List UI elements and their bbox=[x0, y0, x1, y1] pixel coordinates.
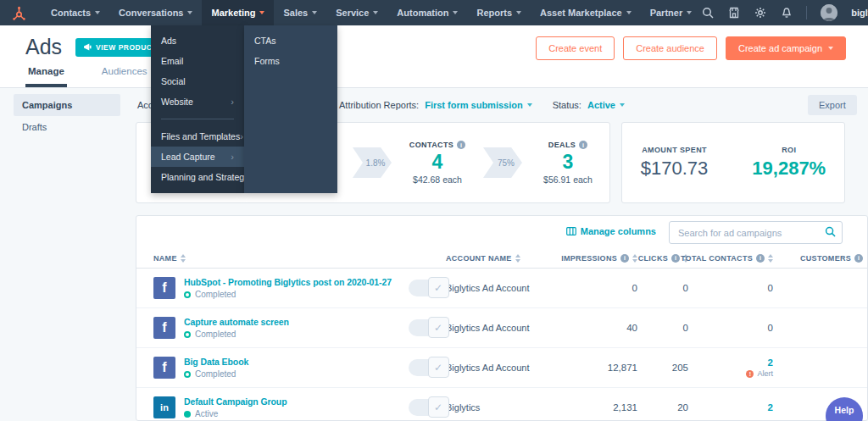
campaign-toggle[interactable]: ✓ bbox=[409, 399, 446, 416]
funnel-stat-deals: DEALSi3$56.91 each bbox=[531, 141, 605, 185]
nav-item-automation[interactable]: Automation bbox=[387, 0, 467, 25]
table-body: fHubSpot - Promoting Biglytics post on 2… bbox=[136, 269, 867, 421]
amount-spent-value: $170.73 bbox=[641, 158, 709, 180]
chevron-right-icon: › bbox=[240, 132, 243, 141]
table-row: fHubSpot - Promoting Biglytics post on 2… bbox=[136, 269, 867, 308]
nav-item-asset-marketplace[interactable]: Asset Marketplace bbox=[531, 0, 641, 25]
column-label: NAME bbox=[153, 254, 177, 263]
sort-icon[interactable] bbox=[181, 254, 186, 263]
column-label: TOTAL CONTACTS bbox=[681, 254, 753, 263]
marketplace-icon[interactable] bbox=[727, 7, 740, 19]
nav-item-conversations[interactable]: Conversations bbox=[109, 0, 202, 25]
status-label: Active bbox=[195, 409, 218, 418]
settings-icon[interactable] bbox=[754, 7, 766, 19]
manage-columns-button[interactable]: Manage columns bbox=[566, 226, 656, 236]
chevron-down-icon bbox=[527, 103, 532, 107]
export-button[interactable]: Export bbox=[808, 95, 857, 115]
chevron-down-icon bbox=[453, 11, 458, 14]
chevron-down-icon bbox=[626, 11, 632, 14]
total-contacts-value: 0 bbox=[768, 323, 773, 333]
search-input[interactable] bbox=[669, 221, 843, 244]
chevron-down-icon bbox=[312, 11, 317, 14]
campaign-name-link[interactable]: Capture automate screen bbox=[184, 317, 289, 327]
notifications-icon[interactable] bbox=[780, 7, 793, 19]
total-contacts-value[interactable]: 2 bbox=[768, 357, 773, 368]
create-audience-button[interactable]: Create audience bbox=[623, 36, 717, 60]
menu-item-social[interactable]: Social bbox=[151, 71, 244, 91]
nav-item-marketing[interactable]: Marketing bbox=[202, 0, 274, 25]
account-menu[interactable]: biglytics.net bbox=[851, 8, 868, 18]
menu-item-files-and-templates[interactable]: Files and Templates› bbox=[151, 126, 244, 147]
campaign-toggle[interactable]: ✓ bbox=[409, 319, 446, 336]
toggle-check-icon: ✓ bbox=[428, 357, 449, 378]
table-toolbar: Manage columns bbox=[136, 216, 867, 248]
funnel-stat-label: DEALSi bbox=[531, 141, 605, 149]
menu-item-ads[interactable]: Ads bbox=[151, 30, 244, 51]
menu-item-label: Ads bbox=[161, 36, 176, 46]
impressions-cell: 2,131 bbox=[588, 402, 639, 413]
campaign-name-link[interactable]: HubSpot - Promoting Biglytics post on 20… bbox=[184, 277, 392, 287]
alert-icon: ! bbox=[746, 370, 754, 378]
column-header-name[interactable]: NAME bbox=[153, 254, 408, 263]
avatar[interactable] bbox=[821, 4, 837, 21]
sort-icon[interactable] bbox=[768, 254, 773, 263]
column-header-total-contacts[interactable]: TOTAL CONTACTSi bbox=[690, 254, 775, 263]
campaign-name-link[interactable]: Big Data Ebook bbox=[184, 357, 248, 367]
account-name-cell: Biglytics Ad Account bbox=[446, 363, 588, 373]
search-icon[interactable] bbox=[701, 7, 714, 19]
table-row: inDefault Campaign GroupActive✓Biglytics… bbox=[136, 388, 867, 421]
column-label: ACCOUNT NAME bbox=[446, 254, 512, 263]
nav-item-contacts[interactable]: Contacts bbox=[42, 0, 109, 25]
sort-icon[interactable] bbox=[515, 254, 520, 263]
conversion-rate-chevron: 1.8% bbox=[353, 147, 392, 178]
toggle-cell: ✓ bbox=[408, 359, 446, 376]
campaign-status: Completed bbox=[184, 330, 289, 339]
tab-audiences[interactable]: Audiences bbox=[99, 66, 150, 87]
submenu-item-forms[interactable]: Forms bbox=[244, 51, 337, 71]
menu-item-email[interactable]: Email bbox=[151, 51, 244, 71]
sidebar: CampaignsDrafts bbox=[14, 94, 120, 138]
sort-icon[interactable] bbox=[632, 254, 637, 263]
divider bbox=[806, 6, 807, 19]
info-icon: i bbox=[756, 254, 765, 263]
column-header-customers[interactable]: CUSTOMERSi bbox=[775, 254, 867, 263]
tab-manage[interactable]: Manage bbox=[25, 66, 67, 87]
hubspot-logo-icon[interactable] bbox=[12, 4, 26, 21]
nav-item-sales[interactable]: Sales bbox=[274, 0, 326, 25]
sidebar-item-campaigns[interactable]: Campaigns bbox=[14, 94, 120, 116]
menu-item-label: Website bbox=[161, 97, 193, 107]
campaign-toggle[interactable]: ✓ bbox=[409, 280, 446, 296]
nav-item-reports[interactable]: Reports bbox=[467, 0, 531, 25]
total-contacts-value[interactable]: 2 bbox=[768, 402, 773, 413]
status-icon bbox=[184, 291, 191, 298]
nav-item-service[interactable]: Service bbox=[326, 0, 387, 25]
campaign-name-cell: fHubSpot - Promoting Biglytics post on 2… bbox=[153, 277, 408, 299]
menu-item-lead-capture[interactable]: Lead Capture› bbox=[151, 147, 244, 167]
campaign-toggle[interactable]: ✓ bbox=[409, 359, 446, 376]
menu-item-label: Social bbox=[161, 76, 186, 86]
submenu-item-ctas[interactable]: CTAs bbox=[244, 30, 337, 51]
attribution-reports-select[interactable]: First form submission bbox=[425, 100, 532, 110]
linkedin-icon: in bbox=[153, 396, 175, 418]
menu-item-planning-and-strategy[interactable]: Planning and Strategy› bbox=[151, 167, 244, 187]
toggle-check-icon: ✓ bbox=[428, 317, 449, 338]
nav-item-partner[interactable]: Partner bbox=[641, 0, 702, 25]
sidebar-item-drafts[interactable]: Drafts bbox=[14, 116, 120, 138]
roi-value: 19,287% bbox=[752, 158, 826, 180]
status-select[interactable]: Active bbox=[587, 100, 625, 110]
nav-actions: biglytics.net bbox=[701, 4, 868, 21]
search-icon[interactable] bbox=[825, 226, 836, 237]
create-event-button[interactable]: Create event bbox=[536, 36, 615, 60]
create-ad-campaign-button[interactable]: Create ad campaign bbox=[726, 36, 846, 60]
nav-item-label: Automation bbox=[397, 8, 448, 18]
columns-icon bbox=[566, 227, 576, 235]
account-name-cell: Biglytics bbox=[446, 402, 588, 413]
column-header-impressions[interactable]: IMPRESSIONSi bbox=[588, 254, 639, 263]
nav-items: ContactsConversationsMarketingSalesServi… bbox=[42, 0, 701, 25]
info-icon: i bbox=[620, 254, 629, 263]
menu-item-website[interactable]: Website› bbox=[151, 91, 244, 112]
funnel-stat-contacts: CONTACTSi4$42.68 each bbox=[400, 141, 475, 185]
campaign-name-link[interactable]: Default Campaign Group bbox=[184, 396, 287, 407]
account-name: biglytics.net bbox=[851, 8, 868, 18]
status-icon bbox=[184, 371, 191, 378]
